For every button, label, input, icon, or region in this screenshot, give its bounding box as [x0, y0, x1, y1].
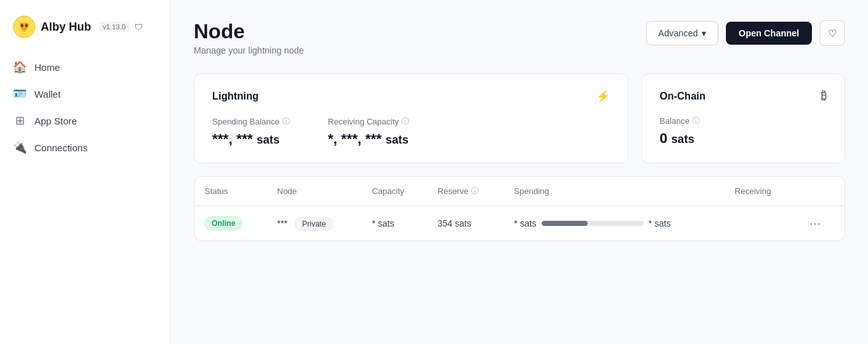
lightning-icon: ⚡ — [596, 89, 610, 103]
node-stars: *** — [277, 218, 287, 228]
bitcoin-icon: ₿ — [821, 89, 827, 103]
channel-table: Status Node Capacity Reserve ⓘ — [194, 177, 844, 241]
heart-icon: ♡ — [828, 27, 837, 40]
onchain-card: On-Chain ₿ Balance ⓘ 0 sats — [641, 73, 845, 163]
receiving-capacity-value: *, ***, *** sats — [328, 131, 409, 147]
spending-balance-label: Spending Balance ⓘ — [212, 116, 290, 127]
row-node: *** Private — [267, 206, 362, 241]
onchain-balance-value: 0 sats — [660, 130, 827, 147]
page-title: Node — [194, 20, 304, 43]
col-reserve: Reserve ⓘ — [428, 177, 504, 206]
receiving-info-icon[interactable]: ⓘ — [401, 116, 409, 127]
app-name: Alby Hub — [41, 20, 91, 34]
svg-point-1 — [21, 24, 24, 27]
sidebar-item-wallet-label: Wallet — [34, 89, 61, 100]
spending-balance-item: Spending Balance ⓘ ***, *** sats — [212, 116, 290, 147]
page-title-block: Node Manage your lightning node — [194, 20, 304, 56]
sidebar-item-app-store[interactable]: ⊞ App Store — [0, 107, 170, 134]
sidebar: Alby Hub v1.13.0 🛡 🏠 Home 🪪 Wallet ⊞ App… — [0, 0, 171, 344]
lightning-card: Lightning ⚡ Spending Balance ⓘ ***, *** … — [194, 73, 628, 163]
shield-icon: 🛡 — [134, 22, 143, 32]
alby-logo-icon — [13, 15, 36, 38]
table-body: Online *** Private * sats 354 sats * sat… — [194, 206, 844, 241]
col-node: Node — [267, 177, 362, 206]
col-capacity: Capacity — [362, 177, 428, 206]
col-status: Status — [194, 177, 267, 206]
onchain-info-icon[interactable]: ⓘ — [692, 116, 700, 126]
table-header: Status Node Capacity Reserve ⓘ — [194, 177, 844, 206]
row-capacity: * sats — [362, 206, 428, 241]
onchain-card-title: On-Chain ₿ — [660, 89, 827, 103]
receiving-value-inline: * sats — [649, 218, 671, 228]
table-row: Online *** Private * sats 354 sats * sat… — [194, 206, 844, 241]
col-actions — [795, 177, 844, 206]
spending-progress-fill — [542, 221, 588, 226]
spending-bar-container: * sats * sats — [514, 218, 714, 228]
sidebar-item-wallet[interactable]: 🪪 Wallet — [0, 80, 170, 107]
spending-info-icon[interactable]: ⓘ — [282, 116, 290, 127]
more-options-button[interactable]: ⋯ — [806, 215, 825, 232]
svg-point-2 — [25, 24, 28, 27]
balance-cards: Lightning ⚡ Spending Balance ⓘ ***, *** … — [194, 73, 845, 163]
header-actions: Advanced ▾ Open Channel ♡ — [646, 20, 845, 46]
sidebar-item-connections-label: Connections — [34, 142, 87, 153]
sidebar-item-app-store-label: App Store — [34, 116, 77, 126]
main-content: Node Manage your lightning node Advanced… — [171, 0, 868, 344]
spending-value: * sats — [514, 218, 537, 228]
home-icon: 🏠 — [13, 60, 27, 74]
advanced-label: Advanced — [658, 28, 698, 38]
spending-stars: ***, *** — [212, 131, 257, 147]
page-header: Node Manage your lightning node Advanced… — [194, 20, 845, 56]
row-status: Online — [194, 206, 267, 241]
col-receiving: Receiving — [725, 177, 795, 206]
chevron-down-icon: ▾ — [702, 28, 706, 38]
channel-table-container: Status Node Capacity Reserve ⓘ — [194, 176, 845, 241]
advanced-button[interactable]: Advanced ▾ — [646, 21, 718, 45]
onchain-balance-label: Balance ⓘ — [660, 116, 827, 126]
receiving-capacity-label: Receiving Capacity ⓘ — [328, 116, 409, 127]
col-spending: Spending — [504, 177, 725, 206]
heart-button[interactable]: ♡ — [820, 20, 845, 46]
sidebar-item-connections[interactable]: 🔌 Connections — [0, 134, 170, 161]
wallet-icon: 🪪 — [13, 87, 27, 101]
row-actions: ⋯ — [795, 206, 844, 241]
onchain-balance-number: 0 — [660, 130, 671, 146]
connections-icon: 🔌 — [13, 140, 27, 154]
row-reserve: 354 sats — [428, 206, 504, 241]
app-store-icon: ⊞ — [13, 114, 27, 128]
sidebar-nav: 🏠 Home 🪪 Wallet ⊞ App Store 🔌 Connection… — [0, 54, 170, 161]
receiving-capacity-item: Receiving Capacity ⓘ *, ***, *** sats — [328, 116, 409, 147]
lightning-balance-section: Spending Balance ⓘ ***, *** sats Receivi… — [212, 116, 610, 147]
row-spending: * sats * sats — [504, 206, 725, 241]
version-badge: v1.13.0 — [99, 22, 129, 32]
sidebar-item-home-label: Home — [34, 62, 60, 73]
receiving-stars: *, ***, *** — [328, 131, 386, 147]
spending-progress-bar — [542, 221, 644, 226]
status-badge-online: Online — [205, 216, 242, 230]
spending-balance-value: ***, *** sats — [212, 131, 290, 147]
row-receiving — [725, 206, 795, 241]
open-channel-button[interactable]: Open Channel — [726, 22, 812, 45]
node-private-badge: Private — [295, 217, 333, 231]
reserve-info-icon[interactable]: ⓘ — [471, 186, 479, 197]
page-subtitle: Manage your lightning node — [194, 45, 304, 56]
table-header-row: Status Node Capacity Reserve ⓘ — [194, 177, 844, 206]
sidebar-item-home[interactable]: 🏠 Home — [0, 54, 170, 80]
lightning-card-title: Lightning ⚡ — [212, 89, 610, 103]
logo-area: Alby Hub v1.13.0 🛡 — [0, 10, 170, 54]
onchain-balance-item: Balance ⓘ 0 sats — [660, 116, 827, 147]
